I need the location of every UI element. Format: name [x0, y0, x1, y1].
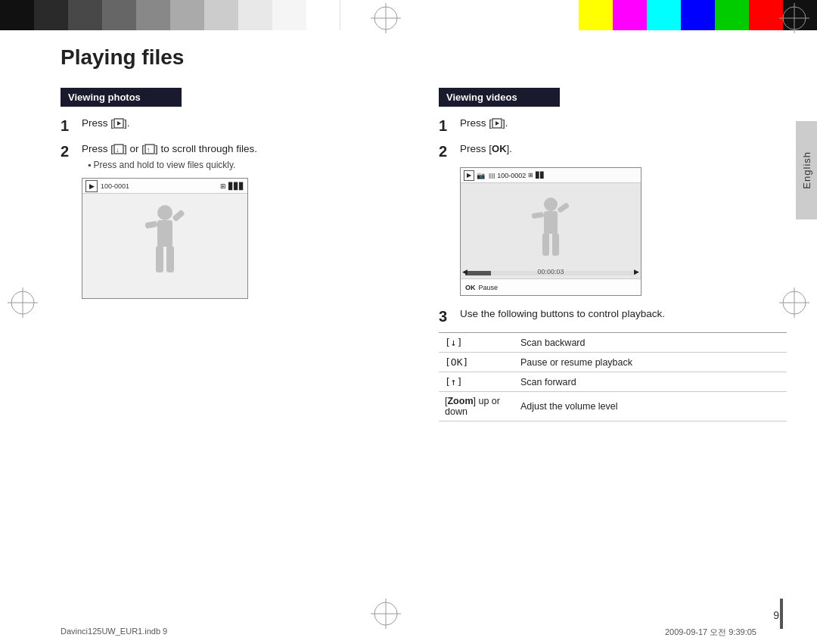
video-time: 00:00:03	[537, 268, 564, 275]
control-action: Adjust the volume level	[514, 392, 787, 422]
bottom-right-info: 2009-09-17 오전 9:39:05	[665, 627, 756, 638]
person-silhouette-video	[520, 193, 581, 271]
main-content: Playing files Viewing photos 1 Press [].…	[61, 45, 787, 599]
control-action: Scan forward	[514, 372, 787, 392]
reg-mark-bottom-center	[371, 599, 401, 629]
step-3-videos-content: Use the following buttons to control pla…	[460, 306, 665, 322]
step-1-videos: 1 Press [].	[439, 116, 787, 135]
photo-preview-topbar: ▶ 100-0001 ⊞ ▊▊▊	[82, 179, 247, 194]
control-button: [Zoom] up ordown	[439, 392, 514, 422]
step-3-videos: 3 Use the following buttons to control p…	[439, 306, 787, 326]
video-progress-arrows: ◀ 00:00:03 ▶	[461, 268, 641, 275]
step-3-section: 3 Use the following buttons to control p…	[439, 306, 787, 422]
control-action: Pause or resume playback	[514, 353, 787, 372]
svg-rect-33	[542, 233, 549, 256]
photo-preview: ▶ 100-0001 ⊞ ▊▊▊	[82, 178, 248, 299]
columns-container: Viewing photos 1 Press []. 2 Press [↓] o…	[61, 88, 787, 422]
bottom-left-info: Davinci125UW_EUR1.indb 9	[61, 627, 167, 638]
signal-icon: ||||	[489, 172, 495, 179]
video-ok-label: OK	[465, 284, 476, 291]
control-row: [OK]Pause or resume playback	[439, 353, 787, 372]
control-action: Scan backward	[514, 333, 787, 353]
svg-text:↑: ↑	[147, 146, 151, 154]
svg-marker-28	[495, 121, 499, 126]
step-2-videos: 2 Press [OK].	[439, 142, 787, 161]
video-filename: 100-0002	[497, 172, 526, 179]
viewing-photos-header: Viewing photos	[61, 88, 182, 107]
sidebar-language-tab: English	[796, 121, 817, 219]
svg-text:↓: ↓	[116, 146, 120, 154]
step-1-videos-content: Press [].	[460, 116, 508, 131]
step-2-photos-sub: Press and hold to view files quickly.	[82, 158, 257, 172]
controls-table: [↓]Scan backward[OK]Pause or resume play…	[439, 332, 787, 422]
reg-mark-top-right	[779, 3, 809, 33]
step-2-photos: 2 Press [↓] or [↑] to scroll through fil…	[61, 142, 408, 172]
step-2-videos-content: Press [OK].	[460, 142, 512, 157]
page-number: 9	[773, 609, 779, 621]
page-bar-indicator	[780, 599, 783, 629]
svg-rect-23	[144, 221, 157, 229]
reg-mark-left-middle	[8, 288, 38, 318]
svg-point-21	[157, 205, 172, 220]
ok-ref: OK	[492, 143, 507, 154]
viewing-videos-section: Viewing videos 1 Press []. 2 Press [OK].…	[439, 88, 787, 422]
control-row: [↓]Scan backward	[439, 333, 787, 353]
control-row: [↑]Scan forward	[439, 372, 787, 392]
control-button: [↓]	[439, 333, 514, 353]
svg-marker-16	[117, 121, 121, 126]
svg-rect-22	[157, 220, 172, 247]
sidebar-language-label: English	[801, 151, 812, 189]
video-bottom-bar: OK Pause	[461, 278, 641, 295]
step-1-photos-number: 1	[61, 116, 76, 135]
viewing-photos-section: Viewing photos 1 Press []. 2 Press [↓] o…	[61, 88, 408, 422]
photo-preview-icons: ⊞ ▊▊▊	[220, 182, 244, 190]
page-title: Playing files	[61, 45, 787, 70]
svg-rect-30	[544, 211, 558, 234]
step-2-photos-number: 2	[61, 142, 76, 161]
step-2-photos-content: Press [↓] or [↑] to scroll through files…	[82, 142, 257, 172]
reg-mark-top-center	[371, 3, 401, 33]
svg-rect-26	[166, 246, 174, 272]
svg-rect-34	[552, 233, 559, 256]
step-3-videos-number: 3	[439, 306, 454, 326]
viewing-videos-header: Viewing videos	[439, 88, 560, 107]
top-color-bar	[0, 0, 817, 30]
svg-rect-32	[557, 202, 570, 213]
video-play-icon: ▶	[464, 170, 474, 181]
play-icon: ▶	[85, 180, 98, 192]
step-1-photos-content: Press [].	[82, 116, 130, 131]
person-silhouette-photo	[135, 199, 195, 292]
photo-filename: 100-0001	[101, 182, 129, 190]
video-preview-topbar: ▶ 📷 |||| 100-0002 ⊞ ▊▊	[461, 168, 641, 183]
video-pause-label: Pause	[479, 284, 499, 291]
svg-rect-24	[172, 210, 185, 222]
control-button: [↑]	[439, 372, 514, 392]
control-row: [Zoom] up ordownAdjust the volume level	[439, 392, 787, 422]
step-1-photos: 1 Press [].	[61, 116, 408, 135]
step-2-videos-number: 2	[439, 142, 454, 161]
control-button: [OK]	[439, 353, 514, 372]
camera-icon: 📷	[477, 172, 485, 179]
svg-rect-31	[532, 212, 545, 219]
svg-rect-25	[156, 246, 163, 272]
svg-point-29	[544, 198, 558, 211]
bottom-info: Davinci125UW_EUR1.indb 9 2009-09-17 오전 9…	[61, 627, 756, 638]
video-preview: ▶ 📷 |||| 100-0002 ⊞ ▊▊	[460, 167, 641, 296]
step-1-videos-number: 1	[439, 116, 454, 135]
